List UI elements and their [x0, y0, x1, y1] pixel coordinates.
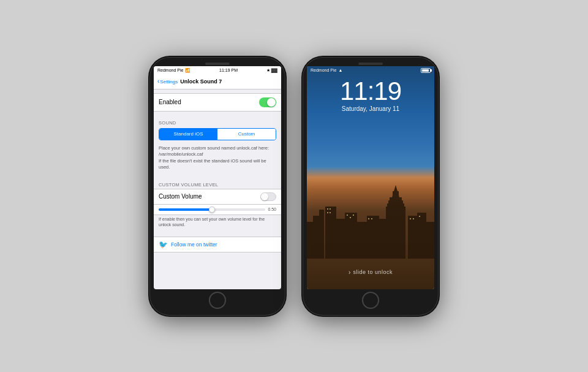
twitter-icon: 🐦 [159, 240, 168, 249]
page-title: Unlock Sound 7 [180, 78, 222, 85]
custom-tab[interactable]: Custom [217, 129, 276, 140]
toggle-knob [267, 98, 276, 107]
status-bar: Redmond Pie 📶 11:19 PM ★ ▓▓ [154, 66, 281, 75]
lock-wifi-icon: ▲ [338, 68, 342, 72]
enabled-toggle[interactable] [259, 97, 276, 107]
divider3 [154, 230, 281, 237]
twitter-row[interactable]: 🐦 Follow me on twitter [154, 237, 281, 252]
svg-rect-7 [387, 203, 404, 207]
wifi-icon: 📶 [185, 68, 190, 73]
enabled-label: Enabled [159, 99, 181, 105]
sound-section-header: SOUND [154, 118, 281, 127]
svg-rect-29 [419, 216, 420, 217]
chevron-left-icon: ‹ [157, 78, 159, 85]
divider1 [154, 112, 281, 118]
svg-rect-28 [413, 218, 414, 219]
nav-bar: ‹ Settings Unlock Sound 7 [154, 75, 281, 89]
svg-rect-19 [330, 208, 331, 210]
svg-rect-24 [353, 214, 354, 216]
lock-time-value: 11:19 [307, 78, 434, 104]
svg-rect-2 [319, 210, 324, 259]
status-right: ★ ▓▓ [266, 68, 277, 73]
lock-date-value: Saturday, January 11 [307, 105, 434, 112]
custom-volume-row: Custom Volume [154, 189, 281, 205]
phone-lockscreen: Redmond Pie ▲ 11:19 Saturday, January 11… [303, 58, 438, 315]
svg-rect-18 [327, 208, 328, 210]
svg-rect-22 [347, 214, 348, 216]
svg-rect-23 [350, 217, 351, 218]
carrier-label: Redmond Pie [157, 68, 183, 72]
volume-info-text: If enable then you can set your own volu… [154, 215, 281, 231]
settings-content: Enabled SOUND Standard iOS Custom [154, 89, 281, 289]
lock-status-bar: Redmond Pie ▲ [307, 66, 434, 75]
svg-rect-8 [386, 207, 405, 259]
twitter-link[interactable]: Follow me on twitter [171, 241, 217, 248]
home-button-2[interactable] [362, 292, 379, 309]
svg-rect-13 [367, 216, 379, 259]
custom-vol-header: CUSTOM VOLUME LEVEL [154, 180, 281, 189]
svg-rect-20 [327, 212, 328, 213]
time-label: 11:19 PM [219, 68, 238, 72]
svg-rect-17 [425, 222, 434, 259]
lock-time-display: 11:19 Saturday, January 11 [307, 75, 434, 112]
svg-rect-5 [390, 197, 402, 200]
svg-rect-14 [379, 219, 388, 259]
slide-to-unlock-text: slide to unlock [353, 269, 393, 275]
toggle-small-knob [261, 193, 268, 200]
custom-volume-toggle[interactable] [260, 192, 276, 201]
svg-rect-10 [336, 219, 345, 259]
slider-fill [159, 208, 212, 211]
slide-arrow-icon: › [349, 269, 350, 276]
back-label: Settings [160, 79, 178, 85]
bluetooth-icon: ★ [266, 68, 270, 73]
phone-settings: Redmond Pie 📶 11:19 PM ★ ▓▓ ‹ Settings U… [150, 58, 285, 315]
info-text: Place your own custom sound named unlock… [154, 143, 281, 173]
custom-volume-label: Custom Volume [159, 193, 202, 200]
slider-thumb[interactable] [209, 207, 215, 213]
svg-rect-9 [325, 207, 336, 259]
lock-battery-fill [422, 69, 429, 72]
svg-rect-25 [368, 218, 369, 219]
svg-rect-6 [388, 200, 403, 203]
back-button[interactable]: ‹ Settings [157, 78, 178, 85]
standard-ios-tab[interactable]: Standard iOS [159, 129, 217, 140]
city-skyline-svg [307, 185, 434, 259]
svg-rect-21 [330, 212, 331, 213]
lock-battery-icon [421, 68, 431, 73]
svg-rect-26 [371, 218, 372, 219]
svg-rect-16 [417, 213, 426, 259]
lock-status-left: Redmond Pie ▲ [311, 68, 342, 72]
lock-status-right [421, 68, 431, 73]
slider-value: 0.50 [268, 207, 276, 211]
home-button[interactable] [209, 292, 226, 309]
enabled-row: Enabled [154, 93, 281, 112]
volume-slider-track[interactable] [159, 208, 265, 211]
status-left: Redmond Pie 📶 [157, 68, 190, 73]
lock-carrier: Redmond Pie [311, 68, 336, 72]
sound-segmented-control[interactable]: Standard iOS Custom [159, 128, 276, 140]
svg-rect-27 [410, 218, 411, 219]
svg-rect-12 [357, 222, 367, 259]
divider2 [154, 173, 281, 180]
settings-screen: Redmond Pie 📶 11:19 PM ★ ▓▓ ‹ Settings U… [154, 66, 281, 289]
slide-to-unlock-bar[interactable]: › slide to unlock [307, 269, 434, 276]
slider-row: 0.50 [154, 205, 281, 215]
battery-status: ▓▓ [271, 68, 277, 72]
lock-screen: Redmond Pie ▲ 11:19 Saturday, January 11… [307, 66, 434, 289]
svg-rect-11 [345, 213, 357, 259]
